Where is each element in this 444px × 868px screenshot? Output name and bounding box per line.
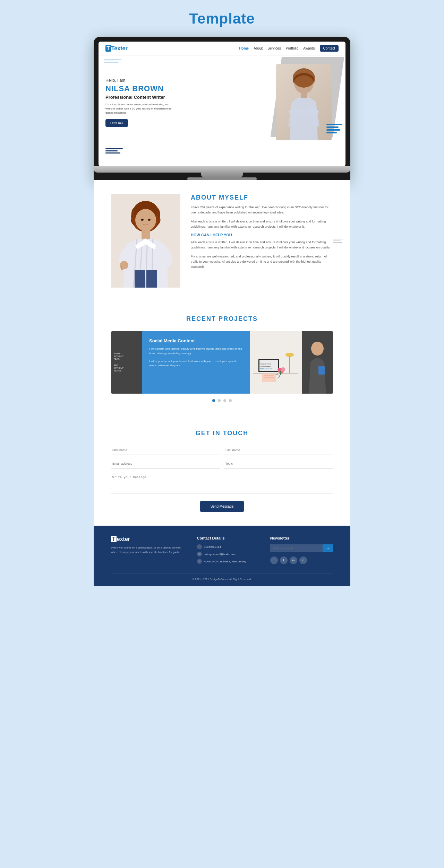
facebook-icon[interactable]: f xyxy=(270,556,278,564)
deco-line xyxy=(333,242,342,243)
contact-section: GET IN TOUCH Send Message xyxy=(94,416,350,526)
deco-line xyxy=(104,62,119,63)
nav-link-services[interactable]: Services xyxy=(267,46,281,50)
svg-point-38 xyxy=(311,342,324,356)
project-right-thumb1: THE LIFE YOU IS ONLY DREAMED FEARLESS IN… xyxy=(250,331,302,394)
first-name-input[interactable] xyxy=(111,446,220,455)
form-row-email xyxy=(111,459,333,468)
newsletter-input-row: → xyxy=(270,544,333,552)
page-title: Template xyxy=(94,10,350,27)
linkedin-icon[interactable]: in xyxy=(290,556,297,564)
carousel-dot-2[interactable] xyxy=(218,399,221,402)
project-left-thumb: WRITE WITHOUT FEAR. EDIT WITHOUT MERCY. xyxy=(111,331,142,394)
car-image xyxy=(302,331,333,394)
footer-newsletter: Newsletter → f t in in xyxy=(270,536,333,566)
hero-greeting: Hello, I am xyxy=(105,78,269,83)
svg-point-28 xyxy=(281,367,285,371)
about-heading: ABOUT MYSELF xyxy=(191,194,333,201)
phone-icon: 📞 xyxy=(197,544,202,549)
email-input[interactable] xyxy=(111,459,220,468)
deco-line xyxy=(333,239,343,239)
hero-subtitle: Professional Content Writer xyxy=(105,95,269,100)
stripe xyxy=(326,129,340,131)
carousel-dot-1[interactable] xyxy=(212,399,215,402)
svg-text:FEARLESS IN THE: FEARLESS IN THE xyxy=(260,368,272,370)
foot-line xyxy=(105,150,118,151)
svg-rect-30 xyxy=(280,371,281,375)
nav-link-awards[interactable]: Awards xyxy=(303,46,315,50)
hero-footer-lines xyxy=(99,146,345,157)
projects-section: RECENT PROJECTS WRITE WITHOUT FEAR. EDIT… xyxy=(94,301,350,416)
about-para1: I have 20+ year's of experience writing … xyxy=(191,205,333,216)
footer-brand-text: I work with clients on a project basis, … xyxy=(111,546,187,555)
stripe xyxy=(326,124,342,125)
about-person-svg xyxy=(111,194,180,288)
foot-line xyxy=(105,152,120,154)
copyright-text: © 2021 - 2021 DesignToCodes. All Right R… xyxy=(193,578,252,581)
project-word: WITHOUT xyxy=(114,355,139,357)
instagram-icon[interactable]: in xyxy=(299,556,307,564)
laptop-stand xyxy=(201,173,243,177)
about-section-wrapper: ABOUT MYSELF I have 20+ year's of experi… xyxy=(94,180,350,301)
footer-logo-text: exter xyxy=(117,536,130,542)
topic-input[interactable] xyxy=(224,459,333,468)
about-image xyxy=(111,194,180,288)
svg-point-29 xyxy=(278,368,281,371)
deco-line xyxy=(104,61,116,61)
last-name-input[interactable] xyxy=(224,446,333,455)
carousel-dot-3[interactable] xyxy=(223,399,226,402)
svg-rect-34 xyxy=(262,374,276,382)
newsletter-submit-btn[interactable]: → xyxy=(323,544,333,552)
hero-deco-lines xyxy=(104,59,121,63)
svg-text:THE LIFE YOU IS: THE LIFE YOU IS xyxy=(260,363,271,365)
project-word: EDIT xyxy=(114,364,139,366)
about-text: ABOUT MYSELF I have 20+ year's of experi… xyxy=(191,194,333,273)
nav-link-portfolio[interactable]: Portfolio xyxy=(286,46,299,50)
footer-phone-item: 📞 310.555-0114 xyxy=(197,544,260,549)
svg-point-15 xyxy=(148,219,151,221)
hero-person-image xyxy=(276,64,332,140)
nav-logo: TTexter xyxy=(105,45,128,52)
footer-logo-t: T xyxy=(111,536,117,542)
hero-description: I'm a long-time content writer, internet… xyxy=(105,103,175,115)
footer-top: Texter I work with clients on a project … xyxy=(111,536,333,566)
about-person-img xyxy=(111,194,180,288)
carousel-dots xyxy=(111,399,333,402)
projects-carousel: WRITE WITHOUT FEAR. EDIT WITHOUT MERCY. … xyxy=(111,331,333,394)
message-textarea[interactable] xyxy=(111,473,333,493)
nav-contact-btn[interactable]: Contact xyxy=(320,45,339,52)
person-silhouette xyxy=(276,64,332,140)
about-para4: My articles are well-researched, and pro… xyxy=(191,254,333,270)
about-para3: After each article is written, I will de… xyxy=(191,240,333,251)
twitter-icon[interactable]: t xyxy=(280,556,288,564)
form-row-name xyxy=(111,446,333,455)
hero-section: Hello, I am NILSA BROWN Professional Con… xyxy=(99,55,345,146)
nav-links: Home About Services Portfolio Awards Con… xyxy=(239,45,339,52)
send-message-btn[interactable]: Send Message xyxy=(200,501,244,512)
project-word: WITHOUT xyxy=(114,367,139,369)
project-word: FEAR. xyxy=(114,358,139,360)
project-desc1: I will consult with fashion, beauty and … xyxy=(149,347,243,356)
hero-name: NILSA BROWN xyxy=(105,84,269,93)
footer-newsletter-title: Newsletter xyxy=(270,536,333,540)
laptop-screen: TTexter Home About Services Portfolio Aw… xyxy=(99,42,345,166)
svg-rect-16 xyxy=(135,270,145,288)
project-word-space xyxy=(114,361,139,363)
contact-title: GET IN TOUCH xyxy=(111,430,333,437)
hero-cta-btn[interactable]: Let's Talk xyxy=(105,119,128,127)
footer-address-item: 📍 Royal 2464 Ln. Mesa, New Jersey xyxy=(197,559,260,564)
footer-contact-title: Contact Details xyxy=(197,536,260,540)
nav-link-about[interactable]: About xyxy=(254,46,263,50)
footer-logo: Texter xyxy=(111,536,187,542)
projects-title: RECENT PROJECTS xyxy=(111,315,333,323)
footer-address: Royal 2464 Ln. Mesa, New Jersey xyxy=(204,560,246,563)
svg-rect-39 xyxy=(318,366,325,375)
social-icons: f t in in xyxy=(270,556,333,564)
logo-t: T xyxy=(105,45,111,52)
carousel-dot-4[interactable] xyxy=(229,399,232,402)
newsletter-input[interactable] xyxy=(270,544,323,552)
nav-link-home[interactable]: Home xyxy=(239,46,249,50)
about-para2: After each article is written, I will de… xyxy=(191,219,333,230)
project-main-card: Social Media Content I will consult with… xyxy=(142,331,250,394)
svg-rect-13 xyxy=(142,229,150,239)
